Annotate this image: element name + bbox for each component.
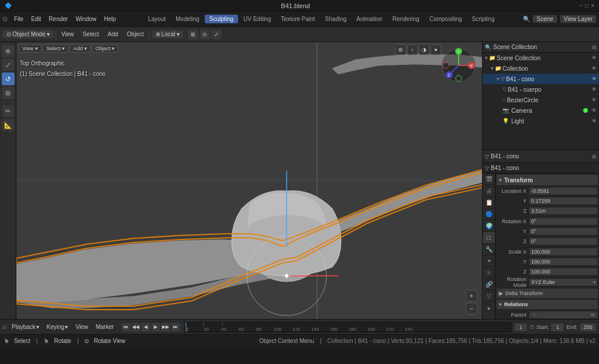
next-keyframe-button[interactable]: ⏭ xyxy=(171,323,180,332)
move-tool-button[interactable]: ⤢ xyxy=(2,58,15,71)
prev-keyframe-button[interactable]: ◀◀ xyxy=(131,323,140,332)
prop-tab-render[interactable]: 🎬 xyxy=(483,174,495,185)
tab-uv-editing[interactable]: UV Editing xyxy=(239,15,276,23)
viewport[interactable]: Top Orthographic (1) Scene Collection | … xyxy=(16,42,482,319)
light-eye-icon[interactable]: 👁 xyxy=(591,118,597,124)
viewport-select-menu[interactable]: Select ▾ xyxy=(43,44,69,53)
location-x-input[interactable]: -0.0591 xyxy=(529,187,598,195)
timeline-editor-icon[interactable]: ⊙ xyxy=(2,324,7,330)
scene-selector[interactable]: Scene xyxy=(532,15,557,23)
scale-z-input[interactable]: 100.000 xyxy=(529,268,598,276)
collection-eye-icon[interactable]: 👁 xyxy=(591,65,597,71)
prop-tab-data[interactable]: ▽ xyxy=(483,290,495,302)
tab-modeling[interactable]: Modeling xyxy=(171,15,204,23)
object-menu[interactable]: Object xyxy=(123,30,147,38)
transform-pivot-selector[interactable]: ⊕ Local ▾ xyxy=(152,30,184,39)
help-menu[interactable]: Help xyxy=(101,15,120,23)
prop-tab-output[interactable]: 🖨 xyxy=(483,185,495,197)
delta-transform-header[interactable]: ▶ Delta Transform xyxy=(497,289,598,298)
relations-header[interactable]: ▾ Relations xyxy=(497,300,598,309)
measure-tool-button[interactable]: 📐 xyxy=(2,119,15,131)
tab-sculpting[interactable]: Sculpting xyxy=(205,15,238,23)
properties-expand-icon[interactable]: ⊞ xyxy=(592,154,597,160)
view-layer-selector[interactable]: View Layer xyxy=(560,15,597,23)
camera-eye-icon[interactable]: 👁 xyxy=(591,108,597,113)
tab-rendering[interactable]: Rendering xyxy=(388,15,424,23)
scale-y-input[interactable]: 100.000 xyxy=(529,258,598,266)
add-menu[interactable]: Add xyxy=(104,30,122,38)
outliner-item-light[interactable]: 💡 Light 👁 xyxy=(483,116,599,126)
viewport-view-menu[interactable]: View ▾ xyxy=(19,44,42,53)
tab-compositing[interactable]: Compositing xyxy=(425,15,467,23)
viewport-shading-wire[interactable]: ⊞ xyxy=(395,44,406,55)
prop-tab-particles[interactable]: ✦ xyxy=(483,255,495,267)
prop-tab-view-layer[interactable]: 📋 xyxy=(483,197,495,209)
b41-cuerpo-eye-icon[interactable]: 👁 xyxy=(591,86,597,92)
prop-tab-modifier[interactable]: 🔧 xyxy=(483,244,495,255)
view-menu-timeline[interactable]: View xyxy=(73,323,91,331)
prop-tab-constraints[interactable]: 🔗 xyxy=(483,279,495,290)
location-z-input[interactable]: 3.51m xyxy=(529,207,598,215)
cursor-tool-button[interactable]: ⊕ xyxy=(2,44,15,57)
edit-menu[interactable]: Edit xyxy=(27,15,44,23)
parent-input[interactable]: ✏ xyxy=(529,311,598,319)
outliner-filter-icon[interactable]: ⊞ xyxy=(592,44,597,50)
outliner-item-b41-cuerpo[interactable]: ▽ B41 - cuerpo 👁 xyxy=(483,84,599,95)
outliner-item-b41-cono[interactable]: ▾ ▽ B41 - cono 👁 xyxy=(483,74,599,84)
current-frame-display[interactable]: 1 xyxy=(514,323,528,332)
minimize-button[interactable]: − xyxy=(579,2,583,9)
viewport-add-menu[interactable]: Add ▾ xyxy=(70,44,91,53)
jump-start-button[interactable]: ⏮ xyxy=(121,323,130,332)
tab-shading[interactable]: Shading xyxy=(321,15,352,23)
render-menu[interactable]: Render xyxy=(45,15,71,23)
rotation-mode-selector[interactable]: XYZ Euler ▾ xyxy=(529,278,598,286)
start-frame-input[interactable]: 1 xyxy=(550,323,564,332)
end-frame-input[interactable]: 250 xyxy=(579,323,597,332)
parent-edit-icon[interactable]: ✏ xyxy=(591,312,595,318)
zoom-out-button[interactable]: − xyxy=(466,303,477,314)
window-menu[interactable]: Window xyxy=(72,15,100,23)
rotation-y-input[interactable]: 0° xyxy=(529,227,598,235)
prop-tab-physics[interactable]: ⚛ xyxy=(483,267,495,279)
b41-cono-eye-icon[interactable]: 👁 xyxy=(591,76,597,82)
transform-orientations-button[interactable]: ⤢ xyxy=(211,29,222,40)
viewport-shading-material[interactable]: ◑ xyxy=(419,44,429,55)
tab-texture-paint[interactable]: Texture Paint xyxy=(276,15,319,23)
scale-tool-button[interactable]: ⊞ xyxy=(2,86,15,99)
outliner-item-camera[interactable]: 📷 Camera 👁 xyxy=(483,105,599,116)
tab-layout[interactable]: Layout xyxy=(143,15,170,23)
prop-tab-material[interactable]: ● xyxy=(483,302,495,314)
outliner-item-bezier[interactable]: ○ BezierCircle 👁 xyxy=(483,95,599,105)
prev-frame-button[interactable]: ◀ xyxy=(141,323,150,332)
rotate-tool-button[interactable]: ↺ xyxy=(2,72,15,85)
scene-eye-icon[interactable]: 👁 xyxy=(591,55,597,61)
select-menu[interactable]: Select xyxy=(79,30,102,38)
proportional-edit-button[interactable]: ⊙ xyxy=(199,29,210,40)
marker-menu[interactable]: Marker xyxy=(93,323,117,331)
prop-tab-object[interactable]: □ xyxy=(483,232,495,244)
viewport-shading-solid[interactable]: ○ xyxy=(407,44,418,55)
keying-menu[interactable]: Keying ▾ xyxy=(44,323,71,331)
close-button[interactable]: × xyxy=(591,2,594,9)
file-menu[interactable]: File xyxy=(11,15,27,23)
rotation-x-input[interactable]: 0° xyxy=(529,217,598,226)
timeline-ruler[interactable]: 0 20 40 60 80 100 120 140 160 180 200 22… xyxy=(184,322,512,332)
playback-menu[interactable]: Playback ▾ xyxy=(9,323,42,331)
view-menu[interactable]: View xyxy=(58,30,78,38)
transform-header[interactable]: ▾ Transform xyxy=(497,175,598,185)
scale-x-input[interactable]: 100.000 xyxy=(529,248,598,256)
zoom-in-button[interactable]: + xyxy=(466,290,477,301)
rotation-z-input[interactable]: 0° xyxy=(529,237,598,245)
snap-button[interactable]: ⊞ xyxy=(188,29,198,40)
viewport-shading-render[interactable]: ● xyxy=(431,44,441,55)
location-y-input[interactable]: 0.17259 xyxy=(529,197,598,205)
prop-tab-scene[interactable]: 🔵 xyxy=(483,209,495,220)
tab-animation[interactable]: Animation xyxy=(352,15,387,23)
prop-tab-world[interactable]: 🌍 xyxy=(483,220,495,232)
next-frame-button[interactable]: ▶▶ xyxy=(161,323,170,332)
bezier-eye-icon[interactable]: 👁 xyxy=(591,97,597,103)
annotate-tool-button[interactable]: ✏ xyxy=(2,105,15,117)
viewport-object-menu[interactable]: Object ▾ xyxy=(92,44,119,53)
object-mode-selector[interactable]: ⊙ Object Mode ▾ xyxy=(2,30,54,39)
outliner-item-collection[interactable]: ▾ 📁 Collection 👁 xyxy=(483,63,599,74)
